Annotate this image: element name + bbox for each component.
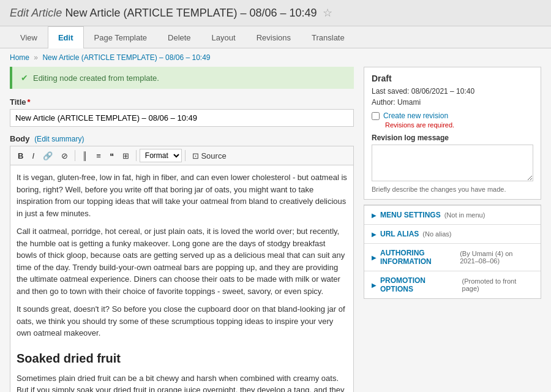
author-row: Author: Umami — [372, 98, 533, 107]
unlink-button[interactable]: ⊘ — [58, 149, 72, 162]
promotion-options-label: PROMOTION OPTIONS — [380, 276, 459, 293]
menu-settings-arrow-icon: ▶ — [372, 212, 377, 219]
edit-summary-link[interactable]: (Edit summary) — [34, 135, 84, 143]
main-content: ✔ Editing node created from template. Ti… — [0, 67, 551, 392]
toolbar-separator-2 — [136, 150, 137, 161]
italic-button[interactable]: I — [28, 149, 38, 162]
tab-translate[interactable]: Translate — [301, 26, 355, 48]
author-value: Umami — [397, 98, 421, 107]
page-title-prefix: Edit Article — [10, 7, 62, 19]
left-column: ✔ Editing node created from template. Ti… — [10, 67, 354, 392]
success-message: ✔ Editing node created from template. — [10, 67, 354, 89]
authoring-information-hint: (By Umami (4) on 2021–08–06) — [460, 250, 533, 265]
favorite-star-icon[interactable]: ☆ — [323, 7, 332, 19]
bold-button[interactable]: B — [14, 149, 27, 162]
title-input[interactable] — [10, 109, 354, 127]
revisions-required-note: Revisions are required. — [385, 121, 533, 129]
success-icon: ✔ — [21, 73, 28, 83]
menu-settings-label: MENU SETTINGS — [380, 211, 441, 219]
tab-page-template[interactable]: Page Template — [84, 26, 158, 48]
url-alias-section: ▶ URL ALIAS (No alias) — [364, 224, 541, 243]
menu-settings-hint: (Not in menu) — [444, 211, 485, 219]
tab-layout[interactable]: Layout — [201, 26, 246, 48]
last-saved-value: 08/06/2021 – 10:40 — [411, 87, 474, 96]
authoring-information-label: AUTHORING INFORMATION — [380, 249, 456, 266]
toolbar-separator-3 — [185, 150, 186, 161]
title-label: Title* — [10, 97, 354, 107]
revision-log-hint: Briefly describe the changes you have ma… — [372, 186, 533, 193]
link-button[interactable]: 🔗 — [39, 149, 56, 162]
section-heading-0: Soaked dried fruit — [17, 349, 347, 368]
last-saved-row: Last saved: 08/06/2021 – 10:40 — [372, 87, 533, 96]
draft-box: Draft Last saved: 08/06/2021 – 10:40 Aut… — [364, 67, 541, 200]
draft-label: Draft — [372, 74, 533, 83]
tab-delete[interactable]: Delete — [157, 26, 201, 48]
tab-edit[interactable]: Edit — [48, 26, 84, 48]
collapsible-sections-box: ▶ MENU SETTINGS (Not in menu) ▶ URL ALIA… — [364, 205, 541, 299]
page-header: Edit Article New Article (ARTICLE TEMPLA… — [0, 0, 551, 26]
right-sidebar: Draft Last saved: 08/06/2021 – 10:40 Aut… — [364, 67, 541, 392]
authoring-information-arrow-icon: ▶ — [372, 254, 377, 261]
success-text: Editing node created from template. — [33, 74, 159, 83]
body-label: Body (Edit summary) — [10, 134, 354, 143]
url-alias-hint: (No alias) — [422, 230, 451, 238]
url-alias-label: URL ALIAS — [380, 230, 419, 238]
revision-log-textarea[interactable] — [372, 145, 533, 181]
title-field-group: Title* — [10, 97, 354, 127]
paragraph-2: Call it oatmeal, porridge, hot cereal, o… — [17, 225, 347, 297]
section-content-0: Sometimes plain dried fruit can be a bit… — [17, 372, 347, 393]
promotion-options-arrow-icon: ▶ — [372, 282, 377, 288]
breadcrumb-current[interactable]: New Article (ARTICLE TEMPLATE) – 08/06 –… — [42, 53, 210, 62]
create-revision-row: Create new revision — [372, 111, 533, 120]
breadcrumb-separator: » — [34, 53, 38, 62]
paragraph-3: It sounds great, doesn't it? So before y… — [17, 303, 347, 339]
menu-settings-header[interactable]: ▶ MENU SETTINGS (Not in menu) — [364, 206, 541, 224]
promotion-options-hint: (Promoted to front page) — [462, 277, 533, 292]
breadcrumb: Home » New Article (ARTICLE TEMPLATE) – … — [0, 48, 551, 67]
unordered-list-button[interactable]: ≡ — [92, 149, 105, 162]
promotion-options-header[interactable]: ▶ PROMOTION OPTIONS (Promoted to front p… — [364, 271, 541, 298]
revision-log-label: Revision log message — [372, 134, 533, 142]
url-alias-header[interactable]: ▶ URL ALIAS (No alias) — [364, 225, 541, 243]
code-button[interactable]: ⊞ — [119, 149, 133, 162]
editor-area[interactable]: It is vegan, gluten-free, low in fat, hi… — [10, 165, 354, 392]
body-field-group: Body (Edit summary) B I 🔗 ⊘ ║ ≡ ❝ ⊞ Form… — [10, 134, 354, 392]
create-revision-checkbox[interactable] — [372, 112, 380, 120]
promotion-options-section: ▶ PROMOTION OPTIONS (Promoted to front p… — [364, 271, 541, 298]
source-button[interactable]: ⊡ Source — [189, 149, 230, 162]
url-alias-arrow-icon: ▶ — [372, 231, 377, 238]
ordered-list-button[interactable]: ║ — [78, 149, 91, 162]
tab-bar: View Edit Page Template Delete Layout Re… — [0, 26, 551, 48]
blockquote-button[interactable]: ❝ — [106, 149, 118, 162]
menu-settings-section: ▶ MENU SETTINGS (Not in menu) — [364, 205, 541, 224]
format-select[interactable]: Format — [140, 149, 182, 162]
draft-box-body: Draft Last saved: 08/06/2021 – 10:40 Aut… — [364, 67, 541, 199]
page-title-main: New Article (ARTICLE TEMPLATE) – 08/06 –… — [65, 7, 317, 19]
toolbar-separator-1 — [75, 150, 75, 161]
paragraph-1: It is vegan, gluten-free, low in fat, hi… — [17, 172, 347, 219]
tab-revisions[interactable]: Revisions — [246, 26, 301, 48]
authoring-information-section: ▶ AUTHORING INFORMATION (By Umami (4) on… — [364, 243, 541, 271]
authoring-information-header[interactable]: ▶ AUTHORING INFORMATION (By Umami (4) on… — [364, 244, 541, 271]
tab-view[interactable]: View — [10, 26, 48, 48]
create-revision-label[interactable]: Create new revision — [383, 111, 448, 120]
editor-toolbar: B I 🔗 ⊘ ║ ≡ ❝ ⊞ Format ⊡ Source — [10, 146, 354, 165]
breadcrumb-home[interactable]: Home — [10, 53, 29, 62]
